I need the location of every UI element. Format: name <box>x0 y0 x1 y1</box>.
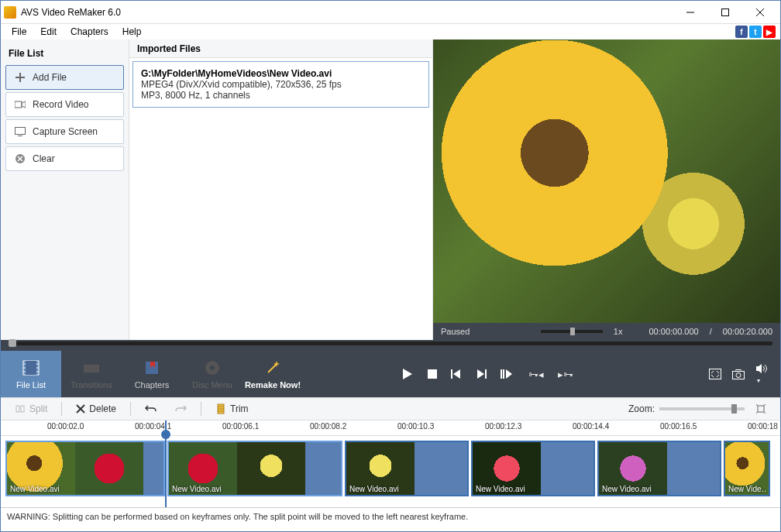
ruler-tick: 00:00:12.3 <box>485 422 521 431</box>
timeline-clip[interactable]: New Video.avi <box>167 441 342 496</box>
timeline[interactable]: 00:00:02.000:00:04.100:00:06.100:00:08.2… <box>1 420 780 507</box>
seek-bar[interactable] <box>9 342 772 345</box>
split-label: Split <box>29 403 47 414</box>
close-button[interactable] <box>742 2 777 23</box>
timeline-clip[interactable]: New Vide… <box>724 441 770 496</box>
fullscreen-button[interactable] <box>709 369 721 379</box>
next-button[interactable] <box>476 369 487 379</box>
marker-next-button[interactable]: ▸🗝 <box>558 369 573 380</box>
seek-thumb[interactable] <box>9 339 16 347</box>
menu-bar: File Edit Chapters Help f t ▶ <box>1 24 780 39</box>
redo-icon <box>174 403 187 414</box>
preview-status-bar: Paused 1x 00:00:00.000 / 00:00:20.000 <box>433 323 780 340</box>
svg-rect-26 <box>451 369 452 379</box>
timeline-clip[interactable]: New Video.avi <box>597 441 721 496</box>
preview-video[interactable] <box>433 39 780 323</box>
menu-file[interactable]: File <box>5 25 33 39</box>
file-list-panel: File List Add File Record Video Capture … <box>1 39 129 340</box>
youtube-icon[interactable]: ▶ <box>763 26 776 38</box>
undo-icon <box>145 403 157 414</box>
svg-rect-33 <box>736 369 741 371</box>
playback-controls: 🗝◂ ▸🗝 <box>303 368 672 380</box>
fit-icon <box>755 403 766 414</box>
timeline-clip[interactable]: New Video.avi <box>471 441 595 496</box>
play-button[interactable] <box>401 368 414 380</box>
delete-label: Delete <box>89 403 116 414</box>
x-circle-icon <box>14 153 26 165</box>
clip-label: New Video.avi <box>476 485 590 493</box>
speed-slider[interactable] <box>541 330 603 333</box>
wand-icon <box>263 359 282 377</box>
clip-label: New Vide… <box>728 485 766 493</box>
marker-prev-button[interactable]: 🗝◂ <box>528 369 544 380</box>
clear-button[interactable]: Clear <box>5 146 124 171</box>
clip-label: New Video.avi <box>172 485 338 493</box>
status-text: WARNING: Splitting can be performed base… <box>7 512 468 521</box>
tab-chapters[interactable]: Chapters <box>122 351 182 397</box>
split-button[interactable]: Split <box>9 401 53 417</box>
capture-screen-label: Capture Screen <box>33 126 98 137</box>
tab-disc-menu[interactable]: Disc Menu <box>182 351 243 397</box>
svg-rect-34 <box>16 406 19 412</box>
zoom-label: Zoom: <box>628 403 655 414</box>
zoom-fit-button[interactable] <box>749 401 772 417</box>
imported-files-header: Imported Files <box>129 39 432 58</box>
tab-transitions[interactable]: Transitions <box>61 351 122 397</box>
ruler-tick: 00:00:06.1 <box>222 422 259 431</box>
svg-rect-30 <box>710 369 721 379</box>
timeline-ruler[interactable]: 00:00:02.000:00:04.100:00:06.100:00:08.2… <box>1 420 780 436</box>
plus-icon <box>14 71 26 84</box>
redo-button[interactable] <box>168 401 193 417</box>
capture-screen-button[interactable]: Capture Screen <box>5 119 124 144</box>
stop-button[interactable] <box>428 369 437 379</box>
delete-button[interactable]: Delete <box>70 401 122 417</box>
main-toolbar: File List Transitions Chapters Disc Menu… <box>1 351 780 397</box>
svg-point-23 <box>210 366 215 370</box>
clip-label: New Video.avi <box>10 485 160 493</box>
snapshot-button[interactable] <box>732 369 745 379</box>
imported-file-row[interactable]: G:\MyFolder\MyHomeVideos\New Video.avi M… <box>132 61 429 108</box>
filmstrip-icon <box>22 359 40 377</box>
svg-rect-13 <box>26 361 36 375</box>
step-button[interactable] <box>501 369 514 379</box>
minimize-button[interactable] <box>673 2 707 23</box>
timeline-clip[interactable]: New Video.avi <box>5 441 165 496</box>
ruler-tick: 00:00:14.4 <box>573 422 609 431</box>
edit-bar: Split Delete Trim Zoom: <box>1 397 780 420</box>
clear-label: Clear <box>33 153 55 164</box>
transitions-icon <box>82 359 101 377</box>
remake-now-button[interactable]: Remake Now! <box>243 351 303 397</box>
prev-button[interactable] <box>451 369 462 379</box>
trim-button[interactable]: Trim <box>209 401 255 417</box>
remake-now-label: Remake Now! <box>245 380 301 390</box>
record-video-button[interactable]: Record Video <box>5 92 124 117</box>
tab-chapters-label: Chapters <box>135 380 170 390</box>
time-position: 00:00:00.000 <box>649 327 698 336</box>
twitter-icon[interactable]: t <box>749 26 762 38</box>
ruler-tick: 00:00:10.3 <box>397 422 434 431</box>
app-icon <box>4 6 16 19</box>
ruler-tick: 00:00:16.5 <box>660 422 697 431</box>
svg-rect-29 <box>503 369 504 379</box>
zoom-slider[interactable] <box>659 407 745 410</box>
facebook-icon[interactable]: f <box>735 26 748 38</box>
ruler-tick: 00:00:02.0 <box>47 422 84 431</box>
undo-button[interactable] <box>139 401 163 417</box>
record-video-label: Record Video <box>33 99 89 110</box>
preview-frame <box>433 39 780 323</box>
maximize-button[interactable] <box>707 2 742 23</box>
playhead[interactable] <box>165 420 167 507</box>
clip-label: New Video.avi <box>602 485 717 493</box>
add-file-label: Add File <box>33 72 67 83</box>
add-file-button[interactable]: Add File <box>5 65 124 90</box>
tab-file-list[interactable]: File List <box>1 351 61 397</box>
menu-help[interactable]: Help <box>116 25 148 39</box>
time-sep: / <box>710 327 712 336</box>
menu-chapters[interactable]: Chapters <box>64 25 115 39</box>
timeline-clip[interactable]: New Video.avi <box>345 441 469 496</box>
svg-rect-1 <box>721 9 728 15</box>
trim-icon <box>215 403 226 414</box>
volume-button[interactable]: ▾ <box>755 363 769 385</box>
menu-edit[interactable]: Edit <box>34 25 63 39</box>
playback-state: Paused <box>441 327 470 336</box>
